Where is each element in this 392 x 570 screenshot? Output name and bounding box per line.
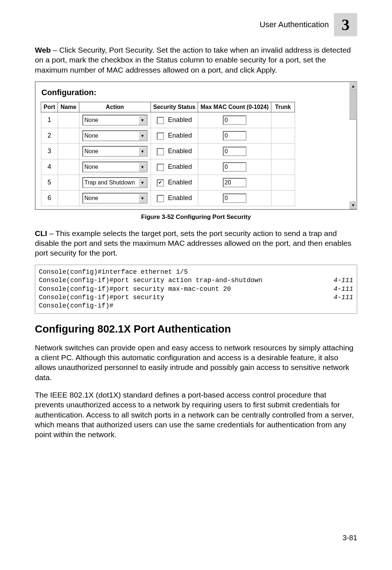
table-row: 1None▼ Enabled0 xyxy=(41,112,295,128)
enabled-checkbox[interactable] xyxy=(157,164,164,171)
code-ref xyxy=(324,302,353,310)
code-ref xyxy=(324,268,353,276)
table-row: 4None▼ Enabled0 xyxy=(41,159,295,175)
enabled-checkbox[interactable] xyxy=(157,133,164,140)
action-cell: None▼ xyxy=(79,143,151,159)
action-cell: None▼ xyxy=(79,112,151,128)
col-header: Action xyxy=(79,102,151,112)
trunk-cell xyxy=(271,112,295,128)
maxmac-cell: 0 xyxy=(198,112,271,128)
code-ref: 4-111 xyxy=(324,276,353,285)
port-cell: 6 xyxy=(41,190,58,206)
maxmac-input[interactable]: 0 xyxy=(223,194,246,203)
chapter-badge: 3 xyxy=(334,13,357,36)
status-cell: ✔ Enabled xyxy=(151,175,198,190)
cli-instructions: CLI – This example selects the target po… xyxy=(35,228,357,258)
chapter-number: 3 xyxy=(342,16,350,34)
action-select[interactable]: None▼ xyxy=(82,130,148,141)
chevron-down-icon[interactable]: ▼ xyxy=(139,163,147,171)
cli-lead: CLI xyxy=(35,229,47,237)
maxmac-cell: 0 xyxy=(198,128,271,143)
action-select[interactable]: Trap and Shutdown▼ xyxy=(82,177,148,188)
code-line: Console(config)#interface ethernet 1/5 xyxy=(39,268,353,276)
enabled-label: Enabled xyxy=(166,147,192,155)
code-cmd: Console(config-if)#port security max-mac… xyxy=(39,285,324,293)
code-line: Console(config-if)#port security action … xyxy=(39,276,353,285)
chevron-down-icon[interactable]: ▼ xyxy=(139,116,147,125)
enabled-checkbox[interactable] xyxy=(157,148,164,155)
scroll-up-button[interactable]: ▲ xyxy=(349,82,357,90)
action-select[interactable]: None▼ xyxy=(82,193,148,204)
enabled-checkbox[interactable]: ✔ xyxy=(157,179,164,187)
code-cmd: Console(config)#interface ethernet 1/5 xyxy=(39,268,324,276)
figure-title: Configuration: xyxy=(41,88,345,97)
enabled-label: Enabled xyxy=(166,194,192,201)
maxmac-cell: 0 xyxy=(198,159,271,175)
table-row: 5Trap and Shutdown▼✔ Enabled20 xyxy=(41,175,295,190)
enabled-label: Enabled xyxy=(166,163,192,170)
maxmac-input[interactable]: 0 xyxy=(223,115,246,125)
code-line: Console(config-if)#port security max-mac… xyxy=(39,285,353,293)
chevron-down-icon[interactable]: ▼ xyxy=(139,147,147,156)
table-row: 3None▼ Enabled0 xyxy=(41,143,295,159)
table-row: 6None▼ Enabled0 xyxy=(41,190,295,206)
code-cmd: Console(config-if)#port security xyxy=(39,293,324,302)
chevron-down-icon[interactable]: ▼ xyxy=(139,178,147,187)
status-cell: Enabled xyxy=(151,112,198,128)
status-cell: Enabled xyxy=(151,190,198,206)
action-cell: None▼ xyxy=(79,128,151,143)
table-row: 2None▼ Enabled0 xyxy=(41,128,295,143)
body-paragraph-2: The IEEE 802.1X (dot1X) standard defines… xyxy=(35,390,357,439)
chevron-down-icon[interactable]: ▼ xyxy=(139,194,147,203)
name-cell xyxy=(58,143,79,159)
enabled-checkbox[interactable] xyxy=(157,117,164,124)
enabled-checkbox[interactable] xyxy=(157,195,164,202)
body-paragraph-1: Network switches can provide open and ea… xyxy=(35,343,357,382)
web-body: – Click Security, Port Security. Set the… xyxy=(35,46,351,74)
code-line: Console(config-if)# xyxy=(39,302,353,310)
page-header: User Authentication 3 xyxy=(35,13,357,36)
scroll-down-button[interactable]: ▼ xyxy=(349,201,357,209)
port-cell: 2 xyxy=(41,128,58,143)
col-header: Max MAC Count (0-1024) xyxy=(198,102,271,112)
maxmac-input[interactable]: 0 xyxy=(223,131,246,141)
trunk-cell xyxy=(271,143,295,159)
maxmac-cell: 20 xyxy=(198,175,271,190)
name-cell xyxy=(58,128,79,143)
name-cell xyxy=(58,112,79,128)
chevron-down-icon[interactable]: ▼ xyxy=(139,131,147,140)
name-cell xyxy=(58,175,79,190)
scroll-thumb[interactable] xyxy=(349,90,357,120)
port-cell: 5 xyxy=(41,175,58,190)
cli-body: – This example selects the target port, … xyxy=(35,229,351,257)
maxmac-input[interactable]: 0 xyxy=(223,147,246,156)
page-number: 3-81 xyxy=(35,534,357,542)
cli-code-block: Console(config)#interface ethernet 1/5Co… xyxy=(35,265,357,314)
web-instructions: Web – Click Security, Port Security. Set… xyxy=(35,45,357,75)
vertical-scrollbar[interactable]: ▲ ▼ xyxy=(349,82,356,209)
col-header: Trunk xyxy=(271,102,295,112)
code-cmd: Console(config-if)# xyxy=(39,302,324,310)
action-cell: None▼ xyxy=(79,190,151,206)
maxmac-cell: 0 xyxy=(198,143,271,159)
header-label: User Authentication xyxy=(260,20,329,29)
action-select[interactable]: None▼ xyxy=(82,146,148,157)
name-cell xyxy=(58,159,79,175)
action-select[interactable]: None▼ xyxy=(82,162,148,172)
enabled-label: Enabled xyxy=(166,179,192,186)
action-select[interactable]: None▼ xyxy=(82,115,148,126)
maxmac-cell: 0 xyxy=(198,190,271,206)
status-cell: Enabled xyxy=(151,128,198,143)
col-header: Name xyxy=(58,102,79,112)
status-cell: Enabled xyxy=(151,159,198,175)
code-line: Console(config-if)#port security4-111 xyxy=(39,293,353,302)
code-ref: 4-111 xyxy=(324,285,353,293)
action-cell: Trap and Shutdown▼ xyxy=(79,175,151,190)
maxmac-input[interactable]: 0 xyxy=(223,162,246,172)
maxmac-input[interactable]: 20 xyxy=(223,178,246,187)
trunk-cell xyxy=(271,128,295,143)
port-cell: 4 xyxy=(41,159,58,175)
trunk-cell xyxy=(271,190,295,206)
web-lead: Web xyxy=(35,46,51,54)
config-figure: Configuration: PortNameActionSecurity St… xyxy=(35,81,357,210)
